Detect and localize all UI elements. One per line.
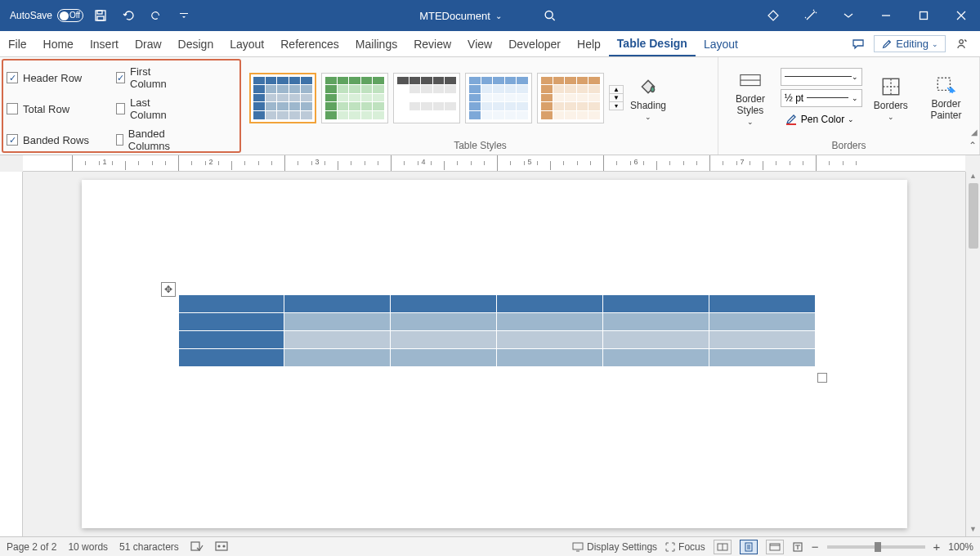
redo-icon[interactable] [145,5,167,26]
view-print-icon[interactable] [740,540,758,554]
chk-last-column[interactable]: Last Column [116,96,174,121]
shading-button[interactable]: Shading⌄ [624,72,673,124]
tab-review[interactable]: Review [405,31,459,56]
tab-insert[interactable]: Insert [82,31,127,56]
autosave-toggle[interactable]: AutoSave Off [10,9,83,22]
tab-view[interactable]: View [459,31,500,56]
close-button[interactable] [942,0,980,31]
tab-table-design[interactable]: Table Design [609,31,696,56]
vertical-ruler[interactable] [0,172,23,536]
pen-color-button[interactable]: Pen Color⌄ [781,110,862,128]
share-icon[interactable] [949,34,973,54]
table-style-5[interactable] [537,73,604,123]
svg-rect-1 [97,11,102,14]
document-canvas[interactable]: ✥ [23,172,965,536]
group-borders: Border Styles⌄ ⌄ ½ pt⌄ Pen Color⌄ Border… [718,57,980,155]
comments-icon[interactable] [846,34,870,54]
ribbon-options-icon[interactable] [830,0,867,31]
focus-button[interactable]: Focus [665,541,705,553]
document-table[interactable] [178,294,816,367]
tab-help[interactable]: Help [569,31,609,56]
svg-rect-14 [573,543,583,549]
zoom-slider[interactable] [827,545,925,549]
chk-banded-columns[interactable]: Banded Columns [116,128,174,152]
border-painter-button[interactable]: Border Painter [920,71,973,123]
view-read-icon[interactable] [714,540,732,554]
svg-point-5 [960,39,964,43]
title-dropdown-icon[interactable]: ⌄ [495,11,502,20]
svg-rect-11 [216,542,227,550]
tab-home[interactable]: Home [35,31,82,56]
zoom-in-button[interactable]: + [933,540,941,554]
tab-design[interactable]: Design [170,31,222,56]
spellcheck-icon[interactable] [190,541,204,553]
gallery-down-icon[interactable]: ▼ [610,94,623,102]
table-resize-handle-icon[interactable] [817,373,827,383]
zoom-slider-knob[interactable] [875,542,881,552]
svg-point-3 [545,11,553,19]
save-icon[interactable] [90,5,111,26]
view-web-icon[interactable] [766,540,784,554]
table-move-handle-icon[interactable]: ✥ [161,282,176,297]
svg-rect-17 [770,544,780,550]
wand-icon[interactable] [792,0,830,31]
autosave-label: AutoSave [10,10,52,21]
border-styles-button[interactable]: Border Styles⌄ [725,66,776,128]
borders-launcher-icon[interactable]: ◢ [971,128,978,137]
chk-header-row[interactable]: ✓Header Row [7,65,113,90]
borders-icon [879,75,902,98]
group-label-table-styles: Table Styles [243,138,718,155]
svg-rect-4 [920,12,928,20]
line-weight-combo[interactable]: ½ pt⌄ [781,89,862,107]
tab-file[interactable]: File [0,31,35,56]
bucket-icon [637,75,660,98]
minimize-button[interactable] [867,0,905,31]
status-words[interactable]: 10 words [68,541,108,553]
table-style-4[interactable] [465,73,532,123]
gallery-more-icon[interactable]: ▾ [610,102,623,110]
gallery-spinner[interactable]: ▲▼▾ [609,85,624,110]
editing-mode-button[interactable]: Editing ⌄ [874,35,946,52]
group-table-styles: ▲▼▾ Shading⌄ Table Styles [243,57,718,155]
maximize-button[interactable] [905,0,942,31]
line-style-combo[interactable]: ⌄ [781,68,862,86]
tab-layout[interactable]: Layout [222,31,272,56]
group-label-borders: Borders [718,138,979,155]
work-area: 1234567 ✥ ▲ ▼ [0,155,980,536]
diamond-icon[interactable] [754,0,792,31]
svg-point-13 [223,545,225,547]
borders-button[interactable]: Borders⌄ [867,72,915,124]
page: ✥ [82,180,907,528]
tab-mailings[interactable]: Mailings [347,31,405,56]
vertical-scrollbar[interactable]: ▲ ▼ [965,172,980,536]
undo-icon[interactable] [118,5,139,26]
status-chars[interactable]: 51 characters [119,541,179,553]
zoom-out-button[interactable]: − [812,540,819,554]
table-style-2[interactable] [321,73,388,123]
table-style-1[interactable] [249,73,316,123]
status-bar: Page 2 of 2 10 words 51 characters Displ… [0,536,980,556]
tab-developer[interactable]: Developer [500,31,569,56]
chk-first-column[interactable]: ✓First Column [116,65,174,90]
tab-references[interactable]: References [272,31,347,56]
status-page[interactable]: Page 2 of 2 [7,541,56,553]
accessibility-icon[interactable] [792,541,803,553]
ribbon-tabs: File Home Insert Draw Design Layout Refe… [0,31,980,57]
search-icon[interactable] [539,5,561,26]
tab-table-layout[interactable]: Layout [696,31,746,56]
document-title: MTEDocument [419,10,490,22]
chk-banded-rows[interactable]: ✓Banded Rows [7,128,113,152]
macro-icon[interactable] [215,541,228,553]
qat-more-icon[interactable] [173,5,195,26]
display-settings-button[interactable]: Display Settings [572,541,657,553]
tab-draw[interactable]: Draw [127,31,170,56]
horizontal-ruler[interactable]: 1234567 [23,155,965,172]
scrollbar-thumb[interactable] [969,183,978,249]
table-style-3[interactable] [393,73,460,123]
border-painter-icon [934,74,957,97]
collapse-ribbon-icon[interactable]: ⌃ [969,140,977,151]
zoom-level[interactable]: 100% [948,541,973,553]
svg-point-12 [218,545,220,547]
chk-total-row[interactable]: Total Row [7,96,113,121]
gallery-up-icon[interactable]: ▲ [610,86,623,94]
